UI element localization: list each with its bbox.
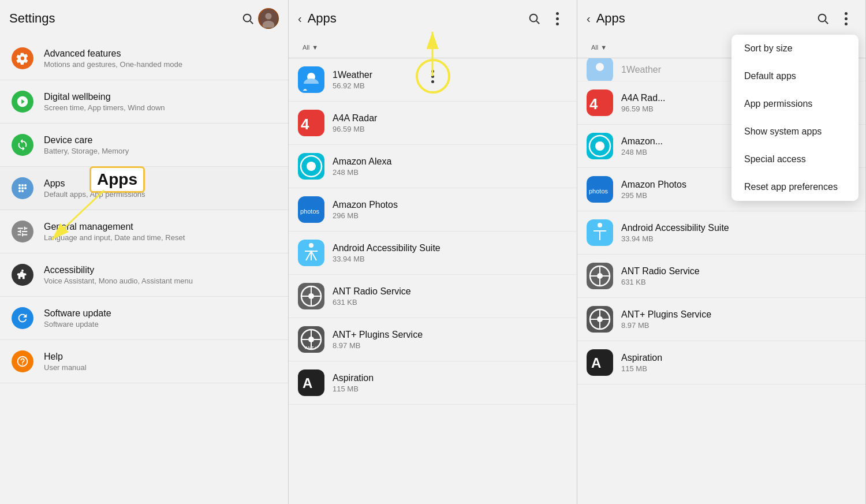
settings-item-help[interactable]: Help User manual	[0, 340, 288, 383]
app-item-amazon-photos[interactable]: photos Amazon Photos 296 MB	[289, 188, 577, 232]
antplus-info-2: ANT+ Plugins Service 8.97 MB	[621, 309, 856, 330]
antplus-icon-2	[587, 306, 613, 333]
svg-point-37	[819, 14, 826, 22]
1weather-icon: ☁	[298, 66, 324, 93]
app-item-a4a[interactable]: 4 A4A Radar 96.59 MB	[289, 102, 577, 145]
antplus-name-2: ANT+ Plugins Service	[621, 309, 856, 320]
aspiration-icon: A	[298, 369, 324, 396]
antplus-size-2: 8.97 MB	[621, 321, 856, 330]
app-item-alexa[interactable]: Amazon Alexa 248 MB	[289, 145, 577, 188]
ant-info-2: ANT Radio Service 631 KB	[621, 266, 856, 286]
a4a-icon-2: 4	[587, 89, 613, 116]
accessibility-icon-wrap	[10, 263, 35, 287]
settings-item-advanced[interactable]: Advanced features Motions and gestures, …	[0, 37, 288, 80]
ant-size: 631 KB	[333, 298, 568, 307]
settings-item-software[interactable]: Software update Software update	[0, 297, 288, 340]
1weather-size: 56.92 MB	[333, 81, 568, 90]
all-filter-dropdown-2[interactable]: All ▼	[587, 42, 611, 53]
help-subtitle: User manual	[44, 363, 278, 372]
default-apps-item[interactable]: Default apps	[731, 62, 858, 90]
app-item-antplus[interactable]: ANT+ ANT+ Plugins Service 8.97 MB	[289, 318, 577, 361]
apps-header: ‹ Apps	[289, 0, 577, 37]
sort-by-size-item[interactable]: Sort by size	[731, 35, 858, 62]
accessibility-app-name-2: Android Accessibility Suite	[621, 223, 856, 233]
avatar[interactable]	[258, 8, 279, 29]
svg-text:☁: ☁	[303, 87, 307, 92]
settings-item-general[interactable]: General management Language and input, D…	[0, 210, 288, 253]
general-subtitle: Language and input, Date and time, Reset	[44, 233, 278, 242]
general-title: General management	[44, 222, 278, 232]
app-item-ant-2[interactable]: ANT Radio Service 631 KB	[577, 255, 865, 298]
search-icon-apps[interactable]	[524, 8, 544, 29]
special-access-item[interactable]: Special access	[731, 145, 858, 173]
svg-line-1	[250, 21, 253, 24]
app-item-antplus-2[interactable]: ANT+ Plugins Service 8.97 MB	[577, 298, 865, 341]
ant-name-2: ANT Radio Service	[621, 266, 856, 277]
search-icon[interactable]	[237, 8, 258, 29]
software-text: Software update Software update	[44, 308, 278, 328]
question-icon	[12, 350, 33, 372]
amazon-photos-name: Amazon Photos	[333, 200, 568, 210]
back-icon-2[interactable]: ‹	[587, 12, 591, 25]
svg-text:A: A	[591, 355, 601, 371]
svg-point-22	[307, 162, 316, 171]
settings-item-accessibility[interactable]: Accessibility Voice Assistant, Mono audi…	[0, 253, 288, 297]
accessibility-app-icon	[298, 240, 324, 266]
settings-item-device[interactable]: Device care Battery, Storage, Memory	[0, 124, 288, 167]
back-icon[interactable]: ‹	[298, 12, 302, 25]
more-options-button-2[interactable]	[835, 8, 856, 29]
help-text: Help User manual	[44, 352, 278, 372]
help-icon-wrap	[10, 349, 35, 374]
all-filter-dropdown[interactable]: All ▼	[298, 42, 323, 53]
app-item-aspiration-2[interactable]: A Aspiration 115 MB	[577, 341, 865, 384]
svg-point-42	[595, 141, 604, 151]
help-title: Help	[44, 352, 278, 362]
alexa-icon	[298, 153, 324, 180]
software-title: Software update	[44, 308, 278, 319]
search-icon-apps-2[interactable]	[812, 8, 833, 29]
wellbeing-title: Digital wellbeing	[44, 92, 278, 102]
sliders-icon	[12, 221, 33, 242]
svg-line-38	[825, 21, 828, 24]
svg-text:4: 4	[301, 115, 309, 133]
app-item-aspiration[interactable]: A Aspiration 115 MB	[289, 361, 577, 405]
accessibility-app-name: Android Accessibility Suite	[333, 243, 568, 253]
aspiration-size-2: 115 MB	[621, 364, 856, 373]
photos-icon-2: photos	[587, 176, 613, 203]
antplus-info: ANT+ Plugins Service 8.97 MB	[333, 330, 568, 350]
ant-size-2: 631 KB	[621, 278, 856, 286]
accessibility-app-info-2: Android Accessibility Suite 33.94 MB	[621, 223, 856, 243]
svg-point-5	[18, 184, 21, 186]
apps-list: ☁ 1Weather 56.92 MB 4 A4A Radar 96.59 MB…	[289, 58, 577, 504]
device-text: Device care Battery, Storage, Memory	[44, 135, 278, 155]
svg-point-44	[598, 223, 602, 227]
svg-point-7	[24, 184, 27, 186]
app-permissions-item[interactable]: App permissions	[731, 90, 858, 118]
wellbeing-subtitle: Screen time, App timers, Wind down	[44, 103, 278, 112]
svg-point-10	[24, 187, 27, 189]
apps-subtitle: Default apps, App permissions	[44, 190, 278, 199]
accessibility-app-icon-2	[587, 219, 613, 246]
alexa-info: Amazon Alexa 248 MB	[333, 156, 568, 177]
settings-item-wellbeing[interactable]: Digital wellbeing Screen time, App timer…	[0, 80, 288, 124]
apps-title: Apps	[44, 178, 278, 189]
advanced-icon-wrap	[10, 46, 35, 70]
ant-icon-2	[587, 263, 613, 289]
a4a-icon: 4	[298, 110, 324, 136]
show-system-apps-item[interactable]: Show system apps	[731, 118, 858, 145]
apps-text: Apps Default apps, App permissions	[44, 178, 278, 199]
app-item-ant[interactable]: ANT Radio Service 631 KB	[289, 275, 577, 318]
reset-app-prefs-item[interactable]: Reset app preferences	[731, 173, 858, 201]
software-icon-wrap	[10, 306, 35, 330]
advanced-text: Advanced features Motions and gestures, …	[44, 48, 278, 69]
app-item-accessibility-2[interactable]: Android Accessibility Suite 33.94 MB	[577, 211, 865, 255]
app-item-accessibility[interactable]: Android Accessibility Suite 33.94 MB	[289, 232, 577, 275]
alexa-name: Amazon Alexa	[333, 156, 568, 167]
settings-title: Settings	[9, 11, 235, 26]
svg-text:ANT+: ANT+	[305, 345, 317, 350]
svg-text:4: 4	[589, 95, 598, 113]
a4a-info: A4A Radar 96.59 MB	[333, 113, 568, 133]
aspiration-info: Aspiration 115 MB	[333, 373, 568, 393]
ant-info: ANT Radio Service 631 KB	[333, 286, 568, 307]
more-options-button[interactable]	[547, 8, 568, 29]
